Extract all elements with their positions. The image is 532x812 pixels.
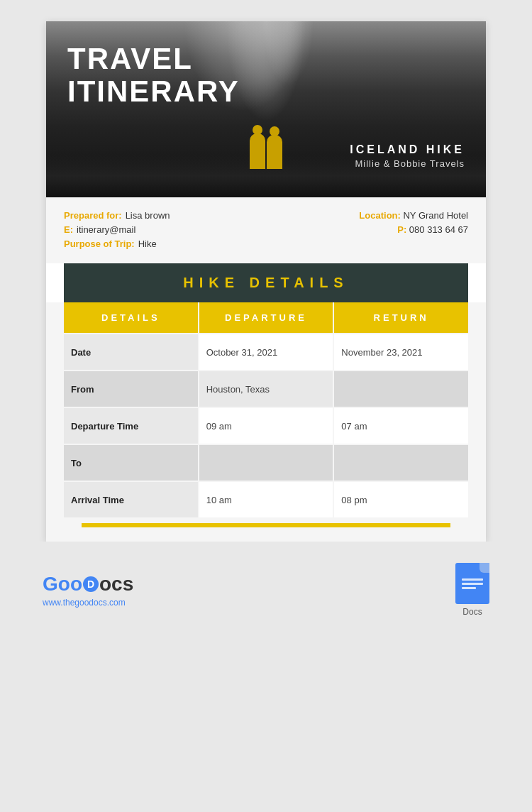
location-label: Location: bbox=[359, 210, 401, 221]
info-purpose: Purpose of Trip: Hike bbox=[64, 238, 157, 249]
figure-head-left bbox=[253, 125, 262, 135]
row-date: Date October 31, 2021 November 23, 2021 bbox=[64, 334, 468, 370]
cell-to-departure bbox=[199, 445, 333, 481]
docs-line-3 bbox=[462, 587, 476, 589]
email-value: itinerary@mail bbox=[77, 224, 135, 235]
email-label: E: bbox=[64, 224, 73, 235]
figure-right bbox=[267, 135, 282, 169]
cell-arrtime-return: 08 pm bbox=[334, 482, 468, 517]
info-prepared-for: Prepared for: Lisa brown bbox=[64, 210, 170, 221]
docs-icon: Docs bbox=[455, 563, 489, 617]
docs-line-2 bbox=[462, 583, 483, 585]
docs-icon-image bbox=[455, 563, 489, 604]
row-arrival-time: Arrival Time 10 am 08 pm bbox=[64, 482, 468, 517]
hero-section: TRAVEL ITINERARY ICELAND HIKE Millie & B… bbox=[46, 21, 486, 197]
docs-icon-lines bbox=[462, 576, 483, 591]
row-departure-time: Departure Time 09 am 07 am bbox=[64, 408, 468, 444]
cell-date-departure: October 31, 2021 bbox=[199, 334, 333, 370]
info-row-1: Prepared for: Lisa brown Location: NY Gr… bbox=[64, 210, 468, 221]
prepared-for-value: Lisa brown bbox=[126, 210, 170, 221]
hero-figures bbox=[248, 126, 284, 169]
purpose-label: Purpose of Trip: bbox=[64, 238, 135, 249]
phone-value: 080 313 64 67 bbox=[409, 224, 468, 235]
cell-from-return bbox=[334, 371, 468, 407]
info-section: Prepared for: Lisa brown Location: NY Gr… bbox=[46, 197, 486, 263]
table-section: DETAILS DEPARTURE RETURN Date October 31… bbox=[46, 302, 486, 542]
footer: Goo D ocs www.thegoodocs.com Docs bbox=[0, 542, 532, 631]
docs-line-1 bbox=[462, 578, 483, 581]
hero-brand: Millie & Bobbie Travels bbox=[350, 158, 465, 169]
info-location: Location: NY Grand Hotel bbox=[359, 210, 468, 221]
hero-info: ICELAND HIKE Millie & Bobbie Travels bbox=[350, 143, 465, 169]
col-header-return: RETURN bbox=[334, 302, 468, 333]
gold-divider bbox=[82, 523, 450, 527]
goodocs-logo: Goo D ocs bbox=[43, 573, 133, 596]
cell-date-label: Date bbox=[64, 334, 198, 370]
cell-deptime-return: 07 am bbox=[334, 408, 468, 444]
location-value: NY Grand Hotel bbox=[403, 210, 468, 221]
cell-arrtime-label: Arrival Time bbox=[64, 482, 198, 517]
info-phone: P: 080 313 64 67 bbox=[397, 224, 468, 235]
cell-to-return bbox=[334, 445, 468, 481]
cell-deptime-label: Departure Time bbox=[64, 408, 198, 444]
hero-title: TRAVEL ITINERARY bbox=[67, 43, 240, 108]
info-row-2: E: itinerary@mail P: 080 313 64 67 bbox=[64, 224, 468, 235]
row-to: To bbox=[64, 445, 468, 481]
prepared-for-label: Prepared for: bbox=[64, 210, 122, 221]
figure-left bbox=[250, 133, 265, 169]
logo-goo: Goo bbox=[43, 573, 82, 596]
cell-date-return: November 23, 2021 bbox=[334, 334, 468, 370]
cell-deptime-departure: 09 am bbox=[199, 408, 333, 444]
hero-subtitle: ICELAND HIKE bbox=[350, 143, 465, 156]
docs-label: Docs bbox=[462, 607, 482, 617]
info-email: E: itinerary@mail bbox=[64, 224, 135, 235]
cell-from-label: From bbox=[64, 371, 198, 407]
logo-d: D bbox=[83, 576, 99, 592]
row-from: From Houston, Texas bbox=[64, 371, 468, 407]
hike-details-header: HIKE DETAILS bbox=[64, 263, 468, 302]
phone-label: P: bbox=[397, 224, 406, 235]
footer-logo-section: Goo D ocs www.thegoodocs.com bbox=[43, 573, 133, 608]
col-header-departure: DEPARTURE bbox=[199, 302, 333, 333]
column-headers: DETAILS DEPARTURE RETURN bbox=[64, 302, 468, 333]
cell-from-departure: Houston, Texas bbox=[199, 371, 333, 407]
purpose-value: Hike bbox=[138, 238, 157, 249]
hike-details-title: HIKE DETAILS bbox=[75, 275, 457, 291]
cell-arrtime-departure: 10 am bbox=[199, 482, 333, 517]
info-row-3: Purpose of Trip: Hike bbox=[64, 238, 468, 249]
logo-ocs: ocs bbox=[99, 573, 133, 596]
cell-to-label: To bbox=[64, 445, 198, 481]
footer-url: www.thegoodocs.com bbox=[43, 598, 133, 608]
col-header-details: DETAILS bbox=[64, 302, 198, 333]
figure-head-right bbox=[270, 126, 279, 136]
document: TRAVEL ITINERARY ICELAND HIKE Millie & B… bbox=[46, 21, 486, 542]
